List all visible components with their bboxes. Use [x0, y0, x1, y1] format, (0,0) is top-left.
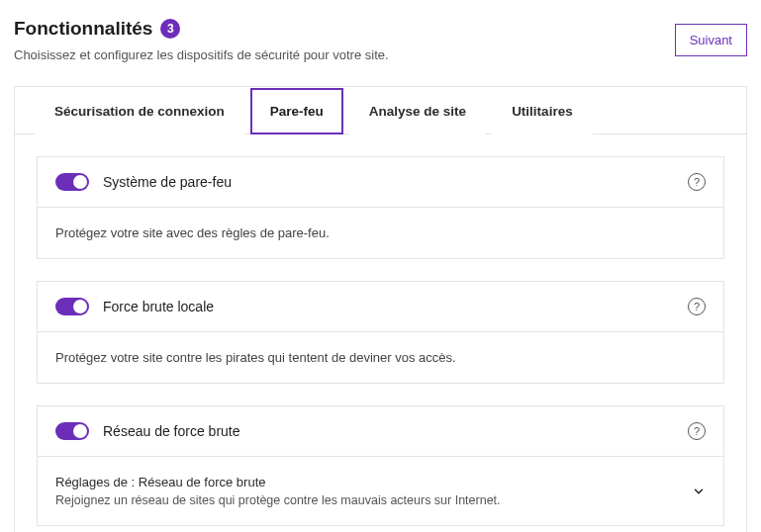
card-network-brute: Réseau de force brute ? Réglages de : Ré…	[37, 405, 724, 526]
chevron-down-icon[interactable]	[692, 485, 706, 498]
card-desc-network-brute: Rejoignez un réseau de sites qui protège…	[55, 493, 680, 507]
toggle-firewall-system[interactable]	[55, 173, 89, 191]
tab-content: Système de pare-feu ? Protégez votre sit…	[15, 134, 746, 532]
settings-panel: Sécurisation de connexion Pare-feu Analy…	[14, 86, 747, 532]
help-icon[interactable]: ?	[688, 173, 706, 191]
tab-login-security[interactable]: Sécurisation de connexion	[35, 88, 244, 134]
card-desc-firewall-system: Protégez votre site avec des règles de p…	[55, 225, 706, 240]
tab-site-scan[interactable]: Analyse de site	[349, 88, 486, 134]
tabs: Sécurisation de connexion Pare-feu Analy…	[15, 87, 746, 134]
next-button[interactable]: Suivant	[675, 24, 747, 56]
card-firewall-system: Système de pare-feu ? Protégez votre sit…	[37, 156, 724, 259]
help-icon[interactable]: ?	[688, 298, 706, 315]
card-desc-local-brute: Protégez votre site contre les pirates q…	[55, 350, 706, 365]
page-subtitle: Choisissez et configurez les dispositifs…	[14, 47, 389, 62]
page-title: Fonctionnalités 3	[14, 18, 389, 40]
tab-utilities[interactable]: Utilitaires	[492, 88, 593, 134]
card-local-brute: Force brute locale ? Protégez votre site…	[37, 281, 724, 384]
tab-firewall[interactable]: Pare-feu	[250, 88, 343, 134]
feature-count-badge: 3	[160, 19, 180, 39]
toggle-local-brute[interactable]	[55, 298, 89, 315]
page-title-text: Fonctionnalités	[14, 18, 152, 40]
card-title-network-brute: Réseau de force brute	[103, 423, 674, 439]
toggle-network-brute[interactable]	[55, 422, 89, 440]
help-icon[interactable]: ?	[688, 422, 706, 440]
card-title-firewall-system: Système de pare-feu	[103, 174, 674, 190]
settings-label-network-brute: Réglages de : Réseau de force brute	[55, 475, 680, 489]
card-title-local-brute: Force brute locale	[103, 299, 674, 314]
